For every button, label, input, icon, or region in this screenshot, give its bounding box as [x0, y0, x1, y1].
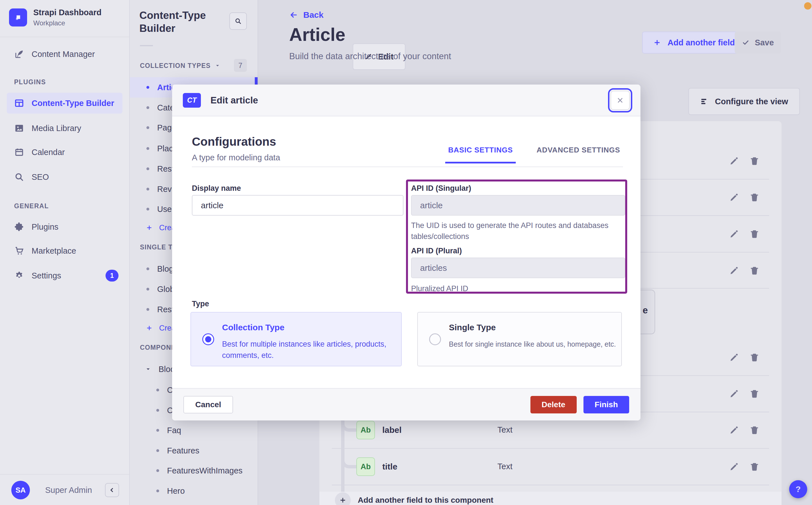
bullet-icon [146, 188, 149, 190]
radio-checked-icon[interactable] [202, 333, 214, 345]
api-id-singular-input[interactable] [411, 195, 625, 215]
nav-item-marketplace[interactable]: Marketplace [7, 240, 122, 261]
nav-item-content-type-builder[interactable]: Content-Type Builder [7, 93, 122, 114]
bullet-icon [146, 106, 149, 109]
nav-item-label: Marketplace [32, 246, 76, 256]
configure-view-button[interactable]: Configure the view [688, 88, 800, 115]
delete-field-icon[interactable] [749, 461, 760, 472]
configurations-title: Configurations [192, 135, 276, 149]
nav-item-media-library[interactable]: Media Library [7, 118, 122, 139]
panel-title: Content-Type Builder [139, 9, 235, 35]
delete-field-icon[interactable] [749, 265, 760, 276]
check-icon [742, 39, 749, 46]
delete-field-icon[interactable] [749, 388, 760, 399]
nav-divider [0, 37, 129, 37]
save-button[interactable]: Save [735, 31, 781, 53]
field-name: title [382, 462, 397, 472]
edit-field-icon[interactable] [729, 388, 739, 399]
edit-field-icon[interactable] [729, 192, 739, 203]
row-divider [332, 485, 769, 485]
bullet-icon [146, 208, 149, 210]
plus-icon [653, 38, 661, 47]
feather-pen-icon [14, 49, 24, 59]
components-header[interactable]: COMPONE [140, 341, 176, 354]
add-another-field-button[interactable]: Add another field [642, 31, 745, 53]
tab-advanced-settings[interactable]: ADVANCED SETTINGS [534, 146, 623, 163]
edit-field-icon[interactable] [729, 156, 739, 166]
component-item-features[interactable]: Features [130, 441, 258, 461]
delete-field-icon[interactable] [749, 352, 760, 363]
display-name-input[interactable] [192, 195, 403, 215]
bullet-icon [156, 449, 159, 452]
display-name-label: Display name [192, 184, 241, 193]
arrow-left-icon [289, 10, 298, 19]
collapse-sidebar-button[interactable] [105, 483, 119, 497]
puzzle-icon [14, 222, 24, 232]
finish-button[interactable]: Finish [583, 396, 629, 413]
close-icon [616, 96, 624, 105]
single-type-option[interactable]: Single Type Best for single instance lik… [417, 312, 622, 366]
field-tree-branch [341, 446, 357, 468]
nav-item-plugins[interactable]: Plugins [7, 216, 122, 237]
left-nav: Strapi Dashboard Workplace Content Manag… [0, 0, 130, 505]
panel-rule [140, 45, 153, 46]
back-link[interactable]: Back [289, 10, 324, 20]
bullet-icon [156, 490, 159, 492]
bullet-icon [156, 469, 159, 472]
edit-article-modal: CT Edit article Configurations A type fo… [172, 85, 641, 420]
radio-unchecked-icon[interactable] [429, 333, 441, 345]
nav-item-label: Plugins [32, 222, 59, 232]
close-modal-button[interactable] [610, 91, 630, 110]
component-item-featureswithimages[interactable]: FeaturesWithImages [130, 461, 258, 481]
api-id-plural-label: API ID (Plural) [411, 246, 462, 255]
cancel-button[interactable]: Cancel [184, 396, 233, 413]
caret-down-icon [145, 366, 151, 372]
collection-types-count: 7 [234, 59, 247, 72]
settings-badge: 1 [106, 270, 118, 282]
delete-button[interactable]: Delete [531, 396, 577, 413]
nav-item-content-manager[interactable]: Content Manager [7, 44, 122, 64]
text-field-type-badge: Ab [356, 421, 375, 439]
nav-item-label: SEO [32, 172, 49, 182]
collection-type-desc: Best for multiple instances like article… [222, 338, 395, 361]
edit-field-icon[interactable] [729, 425, 739, 436]
edit-field-icon[interactable] [729, 352, 739, 363]
collection-type-option[interactable]: Collection Type Best for multiple instan… [191, 312, 402, 366]
tab-basic-settings[interactable]: BASIC SETTINGS [445, 146, 515, 163]
add-field-to-component-button[interactable]: Add another field to this component [319, 492, 782, 505]
nav-item-label: Content-Type Builder [32, 99, 114, 108]
search-button[interactable] [229, 12, 247, 30]
delete-field-icon[interactable] [749, 156, 760, 166]
gear-icon [14, 271, 24, 281]
content-type-badge: CT [183, 93, 201, 108]
nav-item-label: Settings [32, 271, 61, 281]
bullet-icon [156, 389, 159, 391]
edit-field-icon[interactable] [729, 228, 739, 239]
nav-section-general: GENERAL [14, 202, 49, 210]
component-item-faq[interactable]: Faq [130, 420, 258, 441]
nav-item-settings[interactable]: Settings 1 [7, 265, 122, 286]
modal-title: Edit article [211, 95, 258, 106]
delete-field-icon[interactable] [749, 425, 760, 436]
api-id-plural-input[interactable] [411, 258, 625, 278]
single-types-header[interactable]: SINGLE TY [140, 241, 177, 254]
field-type: Text [497, 462, 512, 471]
edit-field-icon[interactable] [729, 265, 739, 276]
nav-item-calendar[interactable]: Calendar [7, 142, 122, 163]
edit-field-icon[interactable] [729, 461, 739, 472]
delete-field-icon[interactable] [749, 192, 760, 203]
chevron-left-icon [108, 486, 116, 494]
nav-item-seo[interactable]: SEO [7, 167, 122, 187]
app-title: Strapi Dashboard [33, 8, 102, 17]
delete-field-icon[interactable] [749, 228, 760, 239]
modal-footer: Cancel Delete Finish [172, 388, 641, 420]
nav-item-label: Media Library [32, 124, 81, 133]
nav-item-label: Calendar [32, 148, 65, 157]
help-button[interactable]: ? [789, 480, 807, 498]
nav-user-divider [0, 474, 129, 475]
row-divider [332, 448, 769, 449]
user-name: Super Admin [45, 486, 92, 495]
collection-types-header[interactable]: COLLECTION TYPES [140, 59, 220, 72]
component-item-hero[interactable]: Hero [130, 481, 258, 501]
modal-divider [192, 167, 623, 167]
